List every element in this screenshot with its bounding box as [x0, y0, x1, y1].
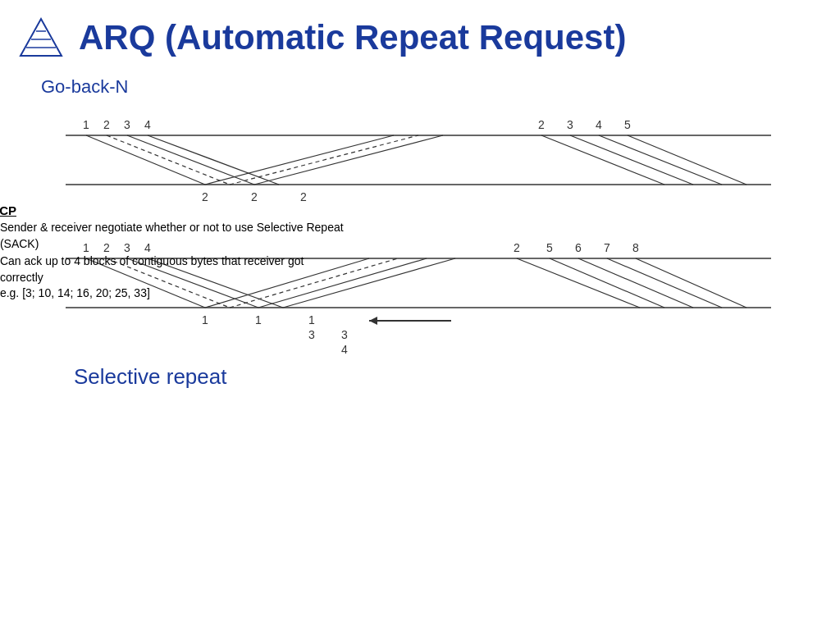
svg-text:6: 6 [575, 241, 582, 254]
svg-text:3: 3 [341, 328, 348, 341]
svg-line-49 [550, 258, 664, 308]
svg-line-50 [578, 258, 693, 308]
svg-line-24 [599, 135, 722, 185]
svg-line-19 [205, 135, 394, 185]
svg-text:1: 1 [255, 313, 262, 326]
svg-text:2: 2 [202, 190, 208, 203]
tcp-annotation: TCP • Sender & receiver negotiate whethe… [0, 203, 345, 304]
svg-text:4: 4 [144, 118, 151, 131]
svg-marker-0 [21, 19, 62, 56]
svg-text:1: 1 [83, 118, 89, 131]
svg-text:3: 3 [124, 118, 130, 131]
svg-text:5: 5 [624, 118, 631, 131]
page-title: ARQ (Automatic Repeat Request) [79, 18, 626, 57]
svg-text:1: 1 [308, 313, 315, 326]
go-back-n-label: Go-back-N [41, 76, 815, 98]
svg-text:3: 3 [567, 118, 573, 131]
tcp-arrow [361, 309, 459, 332]
svg-line-48 [517, 258, 640, 308]
diagram1-svg: 1 2 3 4 2 3 4 5 [41, 103, 796, 217]
svg-line-52 [636, 258, 746, 308]
svg-line-51 [607, 258, 722, 308]
tcp-bullet-2: • Can ack up to 4 blocks of contiguous b… [0, 253, 345, 302]
svg-text:3: 3 [308, 328, 315, 341]
svg-line-23 [570, 135, 693, 185]
tcp-title: TCP [0, 203, 345, 217]
svg-marker-60 [369, 317, 377, 325]
selective-repeat-label: Selective repeat [74, 364, 226, 390]
header: ARQ (Automatic Repeat Request) [0, 0, 840, 68]
main-content: Go-back-N 1 2 3 4 2 3 4 5 [0, 68, 840, 422]
svg-text:2: 2 [538, 118, 545, 131]
logo-icon [16, 15, 66, 60]
svg-text:2: 2 [514, 241, 520, 254]
svg-text:2: 2 [103, 118, 110, 131]
svg-text:2: 2 [300, 190, 307, 203]
svg-line-21 [254, 135, 443, 185]
svg-text:8: 8 [632, 241, 639, 254]
svg-text:5: 5 [546, 241, 553, 254]
svg-text:4: 4 [341, 343, 348, 356]
svg-text:2: 2 [251, 190, 258, 203]
svg-text:7: 7 [604, 241, 610, 254]
svg-text:4: 4 [596, 118, 602, 131]
tcp-bullet-1: • Sender & receiver negotiate whether or… [0, 220, 345, 252]
go-back-n-diagram: 1 2 3 4 2 3 4 5 [41, 103, 796, 217]
svg-text:1: 1 [202, 313, 208, 326]
selective-repeat-diagram: 1 2 3 4 2 5 6 7 8 1 [41, 226, 796, 406]
